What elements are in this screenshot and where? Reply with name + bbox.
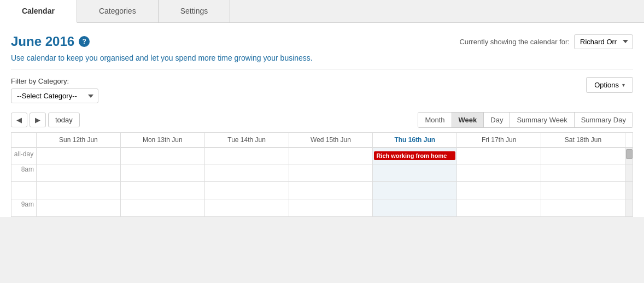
header-row: June 2016 ? Currently showing the calend… bbox=[11, 34, 633, 49]
col-tue: Tue 14th Jun bbox=[204, 133, 289, 148]
top-tab-bar: Calendar Categories Settings bbox=[0, 0, 644, 23]
view-summary-day-button[interactable]: Summary Day bbox=[575, 113, 633, 127]
calendar-for-row: Currently showing the calendar for: Rich… bbox=[459, 34, 633, 49]
all-day-row: all-day Rich working from home bbox=[11, 148, 633, 164]
calendar-grid: Sun 12th Jun Mon 13th Jun Tue 14th Jun W… bbox=[11, 132, 633, 217]
all-day-sun[interactable] bbox=[37, 148, 121, 164]
scrollbar-8am-sub bbox=[625, 181, 633, 199]
cell-9am-wed[interactable] bbox=[289, 199, 373, 216]
today-button[interactable]: today bbox=[48, 113, 80, 127]
cell-8am-sat[interactable] bbox=[541, 164, 625, 181]
options-label: Options bbox=[594, 81, 619, 89]
prev-button[interactable]: ◀ bbox=[11, 113, 27, 127]
scrollbar-thumb[interactable] bbox=[626, 149, 633, 159]
time-header bbox=[11, 133, 37, 148]
cell-8am-sub-fri[interactable] bbox=[457, 181, 541, 199]
view-day-button[interactable]: Day bbox=[484, 113, 510, 127]
divider bbox=[11, 69, 633, 69]
time-8am-sub bbox=[11, 181, 37, 199]
filter-label: Filter by Category: bbox=[11, 77, 98, 85]
options-button[interactable]: Options ▾ bbox=[586, 77, 633, 93]
cell-9am-fri[interactable] bbox=[457, 199, 541, 216]
col-thu: Thu 16th Jun bbox=[373, 133, 457, 148]
cell-9am-sat[interactable] bbox=[541, 199, 625, 216]
tab-categories[interactable]: Categories bbox=[77, 0, 159, 22]
cell-8am-wed[interactable] bbox=[289, 164, 373, 181]
all-day-wed[interactable] bbox=[289, 148, 373, 164]
scrollbar-8am bbox=[625, 164, 633, 181]
cell-8am-sub-sat[interactable] bbox=[541, 181, 625, 199]
month-title: June 2016 ? bbox=[11, 34, 90, 49]
subtitle: Use calendar to keep you organised and l… bbox=[11, 54, 633, 62]
scrollbar-9am bbox=[625, 199, 633, 216]
all-day-fri[interactable] bbox=[457, 148, 541, 164]
cell-8am-tue[interactable] bbox=[204, 164, 289, 181]
all-day-label: all-day bbox=[11, 148, 37, 164]
main-content: June 2016 ? Currently showing the calend… bbox=[0, 23, 644, 217]
cell-9am-mon[interactable] bbox=[120, 199, 204, 216]
cell-8am-sub-wed[interactable] bbox=[289, 181, 373, 199]
chevron-down-icon: ▾ bbox=[622, 82, 625, 88]
time-9am: 9am bbox=[11, 199, 37, 216]
view-buttons: Month Week Day Summary Week Summary Day bbox=[418, 112, 633, 128]
cal-nav-left: ◀ ▶ today bbox=[11, 113, 80, 127]
help-icon[interactable]: ? bbox=[79, 36, 90, 47]
tab-calendar[interactable]: Calendar bbox=[0, 0, 77, 23]
all-day-tue[interactable] bbox=[204, 148, 289, 164]
event-rich-working[interactable]: Rich working from home bbox=[374, 151, 455, 160]
calendar-nav-row: ◀ ▶ today Month Week Day Summary Week Su… bbox=[11, 112, 633, 128]
view-month-button[interactable]: Month bbox=[418, 113, 452, 127]
month-title-text: June 2016 bbox=[11, 34, 74, 49]
view-summary-week-button[interactable]: Summary Week bbox=[510, 113, 574, 127]
all-day-sat[interactable] bbox=[541, 148, 625, 164]
col-fri: Fri 17th Jun bbox=[457, 133, 541, 148]
user-select[interactable]: Richard Orr bbox=[574, 34, 633, 49]
cell-8am-mon[interactable] bbox=[120, 164, 204, 181]
showing-label: Currently showing the calendar for: bbox=[459, 38, 570, 46]
cell-8am-sun[interactable] bbox=[37, 164, 121, 181]
row-9am: 9am bbox=[11, 199, 633, 216]
cell-8am-fri[interactable] bbox=[457, 164, 541, 181]
filter-row: Filter by Category: --Select Category-- … bbox=[11, 77, 633, 103]
col-sat: Sat 18th Jun bbox=[541, 133, 625, 148]
cell-9am-sun[interactable] bbox=[37, 199, 121, 216]
cell-8am-sub-mon[interactable] bbox=[120, 181, 204, 199]
row-8am: 8am bbox=[11, 164, 633, 181]
cell-8am-sub-thu[interactable] bbox=[373, 181, 457, 199]
row-8am-sub bbox=[11, 181, 633, 199]
all-day-thu[interactable]: Rich working from home bbox=[373, 148, 457, 164]
tab-settings[interactable]: Settings bbox=[159, 0, 231, 22]
cell-9am-tue[interactable] bbox=[204, 199, 289, 216]
view-week-button[interactable]: Week bbox=[452, 113, 484, 127]
cell-8am-sub-sun[interactable] bbox=[37, 181, 121, 199]
next-button[interactable]: ▶ bbox=[30, 113, 46, 127]
cell-8am-sub-tue[interactable] bbox=[204, 181, 289, 199]
cell-8am-thu[interactable] bbox=[373, 164, 457, 181]
scrollbar-allday bbox=[625, 148, 633, 164]
all-day-mon[interactable] bbox=[120, 148, 204, 164]
col-mon: Mon 13th Jun bbox=[120, 133, 204, 148]
cell-9am-thu[interactable] bbox=[373, 199, 457, 216]
time-8am: 8am bbox=[11, 164, 37, 181]
filter-group: Filter by Category: --Select Category-- bbox=[11, 77, 98, 103]
category-select[interactable]: --Select Category-- bbox=[11, 89, 98, 103]
col-sun: Sun 12th Jun bbox=[37, 133, 121, 148]
scrollbar-header bbox=[625, 133, 633, 148]
col-wed: Wed 15th Jun bbox=[289, 133, 373, 148]
